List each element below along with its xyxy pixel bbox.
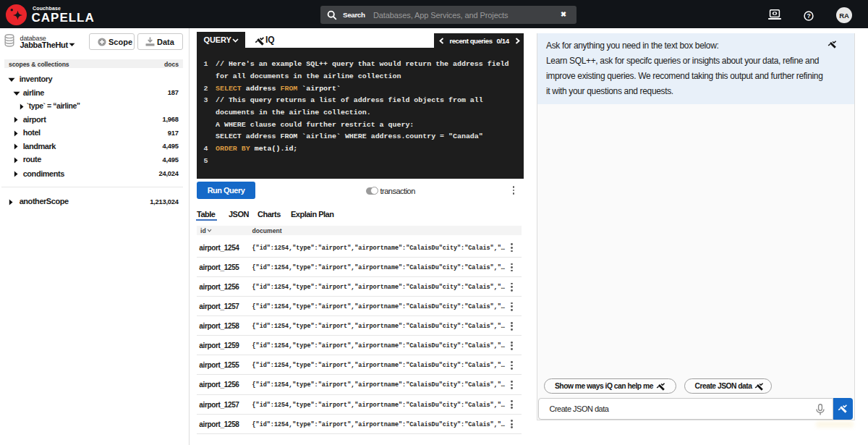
- svg-text:?: ?: [807, 12, 810, 20]
